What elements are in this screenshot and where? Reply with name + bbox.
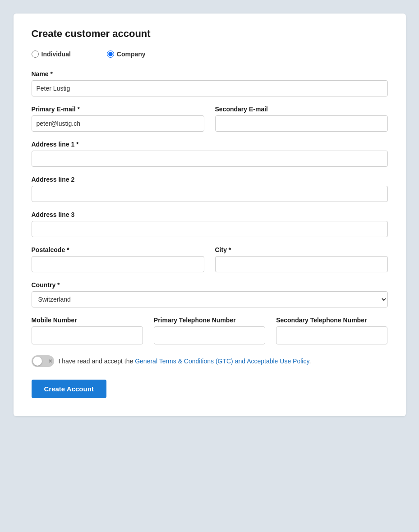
individual-label: Individual [41, 50, 71, 58]
terms-row: ✕ I have read and accept the General Ter… [32, 355, 388, 367]
primary-phone-input[interactable] [154, 326, 265, 344]
terms-link[interactable]: General Terms & Conditions (GTC) and Acc… [135, 358, 309, 365]
postalcode-col: Postalcode * [32, 246, 204, 272]
company-radio-label[interactable]: Company [107, 50, 146, 58]
mobile-input[interactable] [32, 326, 143, 344]
address2-input[interactable] [32, 186, 388, 202]
address3-input[interactable] [32, 221, 388, 237]
primary-email-col: Primary E-mail * [32, 105, 204, 132]
primary-email-label: Primary E-mail * [32, 105, 204, 113]
toggle-knob [33, 357, 42, 366]
country-label: Country * [32, 281, 388, 289]
primary-email-input[interactable] [32, 115, 204, 132]
name-input[interactable] [32, 80, 388, 96]
city-col: City * [215, 246, 388, 272]
postalcode-label: Postalcode * [32, 246, 204, 253]
address3-label: Address line 3 [32, 211, 388, 218]
create-account-card: Create customer account Individual Compa… [14, 14, 406, 416]
toggle-x-icon: ✕ [48, 357, 52, 366]
primary-phone-label: Primary Telephone Number [154, 316, 265, 324]
city-input[interactable] [215, 256, 388, 272]
address2-label: Address line 2 [32, 176, 388, 183]
city-label: City * [215, 246, 388, 253]
terms-suffix: . [309, 358, 311, 365]
postal-city-row: Postalcode * City * [32, 246, 388, 272]
name-label: Name * [32, 70, 388, 78]
address3-row: Address line 3 [32, 211, 388, 237]
page-title: Create customer account [32, 28, 388, 40]
phone-row: Mobile Number Primary Telephone Number S… [32, 316, 388, 344]
secondary-email-label: Secondary E-mail [215, 105, 388, 113]
address1-label: Address line 1 * [32, 141, 388, 148]
secondary-email-col: Secondary E-mail [215, 105, 388, 132]
country-row: Country * Switzerland Germany Austria Fr… [32, 281, 388, 307]
secondary-phone-label: Secondary Telephone Number [276, 316, 387, 324]
terms-toggle[interactable]: ✕ [32, 355, 54, 367]
primary-phone-col: Primary Telephone Number [154, 316, 265, 344]
secondary-email-input[interactable] [215, 115, 388, 132]
country-select[interactable]: Switzerland Germany Austria France Italy… [32, 291, 388, 307]
individual-radio-label[interactable]: Individual [32, 50, 71, 58]
mobile-col: Mobile Number [32, 316, 143, 344]
address2-row: Address line 2 [32, 176, 388, 202]
individual-radio[interactable] [32, 50, 39, 58]
name-field-row: Name * [32, 70, 388, 96]
terms-prefix: I have read and accept the [59, 358, 135, 365]
email-row: Primary E-mail * Secondary E-mail [32, 105, 388, 132]
mobile-label: Mobile Number [32, 316, 143, 324]
company-label: Company [117, 50, 146, 58]
account-type-group: Individual Company [32, 50, 388, 58]
postalcode-input[interactable] [32, 256, 204, 272]
address1-input[interactable] [32, 151, 388, 167]
secondary-phone-col: Secondary Telephone Number [276, 316, 387, 344]
terms-text: I have read and accept the General Terms… [59, 358, 311, 365]
secondary-phone-input[interactable] [276, 326, 387, 344]
address1-row: Address line 1 * [32, 141, 388, 167]
create-account-button[interactable]: Create Account [32, 380, 106, 398]
toggle-track[interactable]: ✕ [32, 355, 54, 367]
company-radio[interactable] [107, 50, 114, 58]
